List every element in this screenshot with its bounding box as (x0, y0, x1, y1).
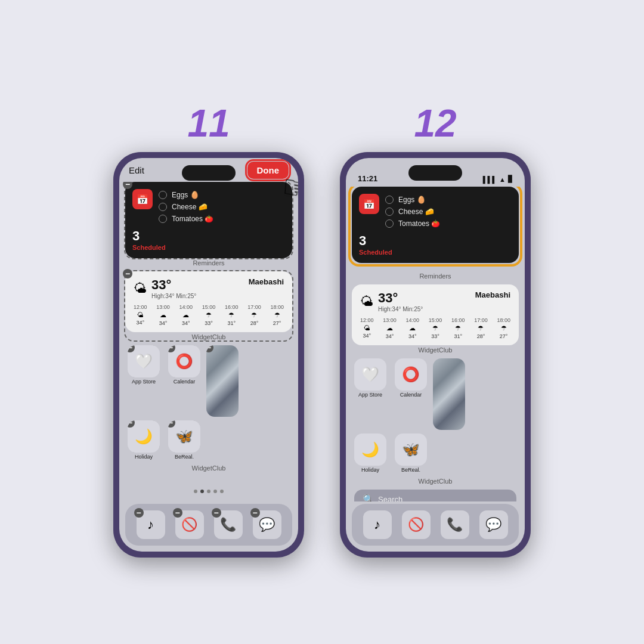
app-appstore-label: App Store (132, 379, 156, 385)
dock-phone-12[interactable]: 📞 (441, 510, 469, 539)
app-calendar-12[interactable]: ⭕ (395, 358, 427, 391)
app-appstore-12[interactable]: 🤍 (354, 358, 386, 391)
marble-dash (206, 345, 239, 417)
weather-top: 🌤 33° High:34° Min:25° Maebashi (134, 277, 284, 299)
reminder-text-1: Eggs 🥚 (172, 191, 199, 199)
weather-widget-12: 🌤 33° High:34° Min:25° Maebashi 12:00🌤34… (352, 284, 519, 345)
step-12: 12 11:21 ▌▌▌ ▲ ▊ (340, 104, 531, 558)
dock-compass-minus[interactable]: − (173, 508, 182, 518)
reminders-widget-label-12: Reminders (352, 273, 519, 280)
signal-icon: ▌▌▌ (483, 176, 497, 183)
reminder-item-3: Tomatoes 🍅 (159, 213, 285, 225)
app-bereal-12[interactable]: 🦋 (395, 434, 427, 466)
dock-phone-minus[interactable]: − (212, 508, 221, 518)
orange-highlight: 📅 Eggs 🥚 Cheese 🧀 (348, 187, 522, 267)
app-appstore-wrap: − 🤍 App Store (125, 345, 162, 385)
dock-phone[interactable]: − 📞 (214, 510, 243, 539)
app-bereal[interactable]: − 🦋 (168, 420, 200, 453)
weather-city: Maebashi (249, 277, 284, 286)
weather-minus-badge[interactable]: − (123, 269, 132, 278)
apps-section-11: − 🤍 App Store − (125, 345, 292, 482)
weather-info-12: 33° High:34° Min:25° (378, 290, 423, 312)
reminder-circle-1 (159, 191, 167, 199)
reminders-widget-label: Reminders (125, 259, 292, 267)
widget-header: 📅 Eggs 🥚 Cheese 🧀 (132, 189, 285, 225)
app-holiday-12[interactable]: 🌙 (354, 434, 386, 466)
app-bereal-wrap-12: 🦋 BeReal. (392, 434, 429, 473)
reminder-item-12-2: Cheese 🧀 (385, 206, 512, 218)
dynamic-island-11 (182, 165, 236, 181)
app-calendar-minus[interactable]: − (168, 345, 175, 352)
step-11: 11 Edit Done ☞ (113, 104, 304, 558)
reminders-label: Scheduled (132, 244, 285, 251)
dock-chat-12[interactable]: 💬 (479, 510, 508, 539)
app-calendar-label: Calendar (174, 379, 196, 385)
wt12-5: 16:00☂31° (451, 317, 465, 339)
wt12-6: 17:00☂28° (474, 317, 488, 339)
search-bar-12[interactable]: 🔍 Search (354, 490, 516, 501)
status-icons: ▌▌▌ ▲ ▊ (483, 175, 513, 183)
dock-compass[interactable]: − 🚫 (175, 510, 204, 539)
dock-chat-minus[interactable]: − (250, 508, 260, 518)
dock-music-minus[interactable]: − (134, 508, 144, 518)
dynamic-island-12 (408, 165, 462, 181)
app-holiday[interactable]: − 🌙 (128, 420, 160, 453)
wt12-4: 15:00☂33° (429, 317, 442, 339)
marble-widget-12[interactable] (433, 358, 465, 430)
reminder-circle-12-3 (385, 219, 394, 228)
edit-label: Edit (129, 165, 144, 175)
marble-widget-wrap-11: − (206, 345, 243, 417)
dock-chat[interactable]: − 💬 (253, 510, 281, 539)
dock-music[interactable]: − ♪ (137, 510, 165, 539)
wt-4: 15:00☂33° (202, 304, 216, 326)
app-appstore-label-12: App Store (358, 392, 382, 398)
search-text: Search (378, 495, 402, 501)
weather-left: 🌤 33° High:34° Min:25° (134, 277, 196, 299)
app-calendar[interactable]: − ⭕ (168, 345, 200, 377)
reminder-text-3: Tomatoes 🍅 (172, 215, 213, 223)
reminders-count: 3 (132, 228, 285, 244)
step-11-number: 11 (187, 104, 230, 143)
reminders-widget-wrapper-11: − 📅 Eggs 🥚 (125, 182, 292, 267)
dot-4 (213, 490, 217, 493)
reminders-count-12: 3 (359, 233, 512, 249)
phone-11-screen: Edit Done ☞ − (119, 158, 298, 552)
app-appstore-wrap-12: 🤍 App Store (352, 358, 389, 398)
weather-times: 12:00🌤34° 13:00☁34° 14:00☁34° 15:00☂33° … (134, 304, 284, 326)
marble-minus[interactable]: − (206, 345, 213, 352)
wt-6: 17:00☂28° (247, 304, 261, 326)
dock-music-12[interactable]: ♪ (363, 510, 392, 539)
marble-widget-wrap-12 (433, 358, 470, 430)
app-holiday-minus[interactable]: − (128, 420, 135, 428)
weather-widget-wrapper-12: 🌤 33° High:34° Min:25° Maebashi 12:00🌤34… (352, 284, 519, 354)
app-bereal-minus[interactable]: − (168, 420, 175, 428)
app-appstore[interactable]: − 🤍 (128, 345, 160, 377)
minus-badge[interactable]: − (123, 182, 132, 189)
step-12-number: 12 (414, 104, 456, 143)
wt12-2: 13:00☁34° (383, 317, 397, 339)
reminders-icon-12: 📅 (359, 194, 379, 214)
reminder-item-12-1: Eggs 🥚 (385, 194, 512, 206)
reminders-widget-12: 📅 Eggs 🥚 Cheese 🧀 (352, 187, 519, 263)
done-button[interactable]: Done (247, 162, 289, 179)
reminder-text-12-2: Cheese 🧀 (398, 208, 434, 216)
dock-compass-12[interactable]: 🚫 (402, 510, 431, 539)
reminders-widget-11: − 📅 Eggs 🥚 (125, 182, 292, 258)
reminder-text-12-1: Eggs 🥚 (398, 196, 426, 204)
reminder-item-1: Eggs 🥚 (159, 189, 285, 201)
weather-icon-12: 🌤 (360, 294, 373, 309)
reminder-text-2: Cheese 🧀 (172, 203, 208, 211)
marble-widget-tall[interactable]: − (206, 345, 239, 417)
weather-temp-12: 33° (378, 290, 423, 306)
apps-section-12: 🤍 App Store ⭕ Calendar (352, 358, 519, 485)
reminder-circle-12-1 (385, 196, 394, 204)
weather-widget-label-12: WidgetClub (352, 346, 519, 354)
app-appstore-minus[interactable]: − (128, 345, 135, 352)
app-holiday-wrap-12: 🌙 Holiday (352, 434, 389, 473)
weather-widget-wrapper-11: − 🌤 33° High:34° Min:25° Maebashi (125, 271, 292, 340)
dock-11: − ♪ − 🚫 − 📞 − 💬 (125, 504, 292, 546)
reminder-circle-3 (159, 215, 167, 223)
app-bereal-label-12: BeReal. (401, 467, 420, 473)
apps-row-12-2: 🌙 Holiday 🦋 BeReal. (352, 434, 519, 473)
wt12-1: 12:00🌤34° (360, 317, 374, 339)
